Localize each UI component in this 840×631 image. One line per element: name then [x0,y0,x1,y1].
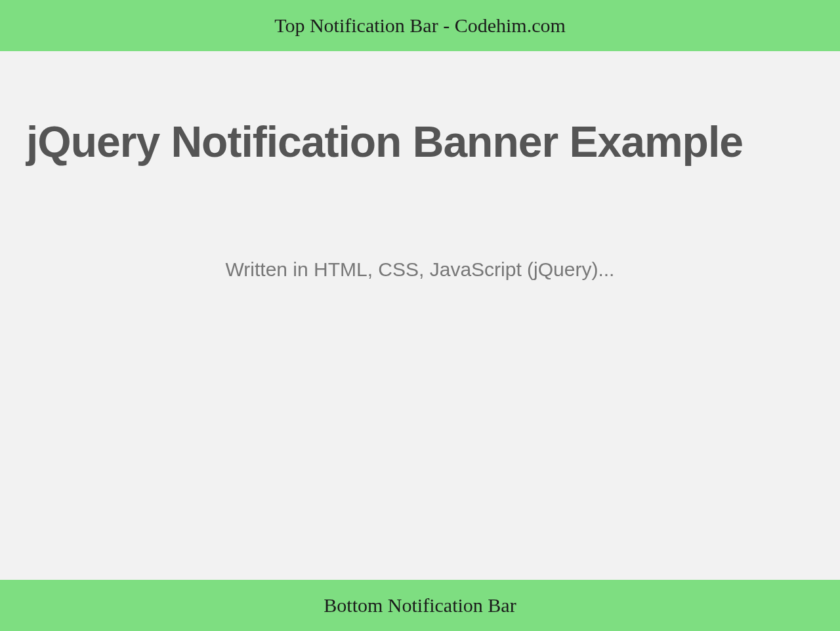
page-heading: jQuery Notification Banner Example [26,117,814,167]
top-notification-bar[interactable]: Top Notification Bar - Codehim.com [0,0,840,51]
bottom-bar-text: Bottom Notification Bar [324,594,516,616]
top-bar-text: Top Notification Bar - Codehim.com [274,14,566,36]
page-subtitle: Written in HTML, CSS, JavaScript (jQuery… [26,258,814,281]
bottom-notification-bar[interactable]: Bottom Notification Bar [0,580,840,631]
main-content: jQuery Notification Banner Example Writt… [0,51,840,281]
